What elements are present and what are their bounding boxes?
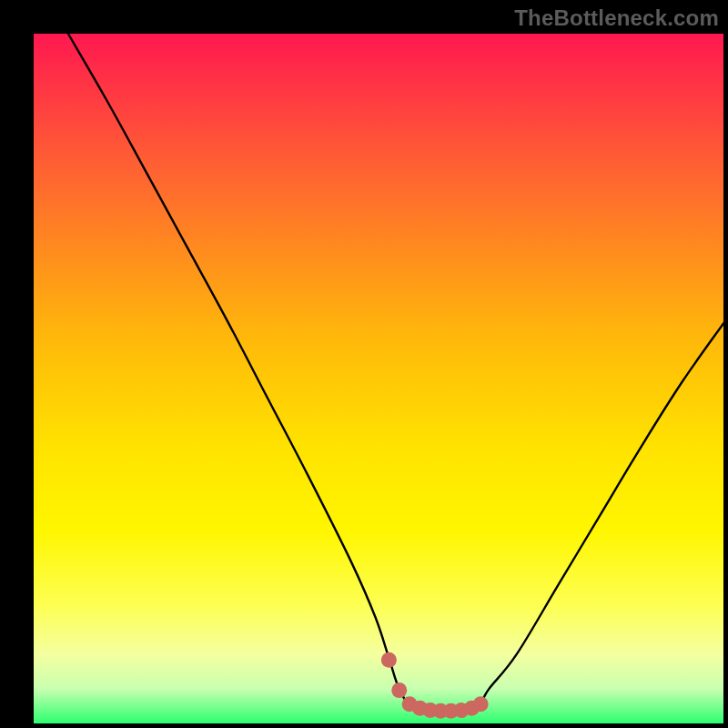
- chart-stage: TheBottleneck.com: [0, 0, 728, 728]
- optimal-zone-markers: [381, 652, 489, 719]
- watermark-text: TheBottleneck.com: [514, 5, 719, 31]
- plot-area: [34, 34, 723, 723]
- marker-dot: [381, 652, 397, 668]
- markers-layer: [34, 34, 723, 723]
- marker-dot: [473, 696, 489, 712]
- marker-dot: [391, 682, 407, 698]
